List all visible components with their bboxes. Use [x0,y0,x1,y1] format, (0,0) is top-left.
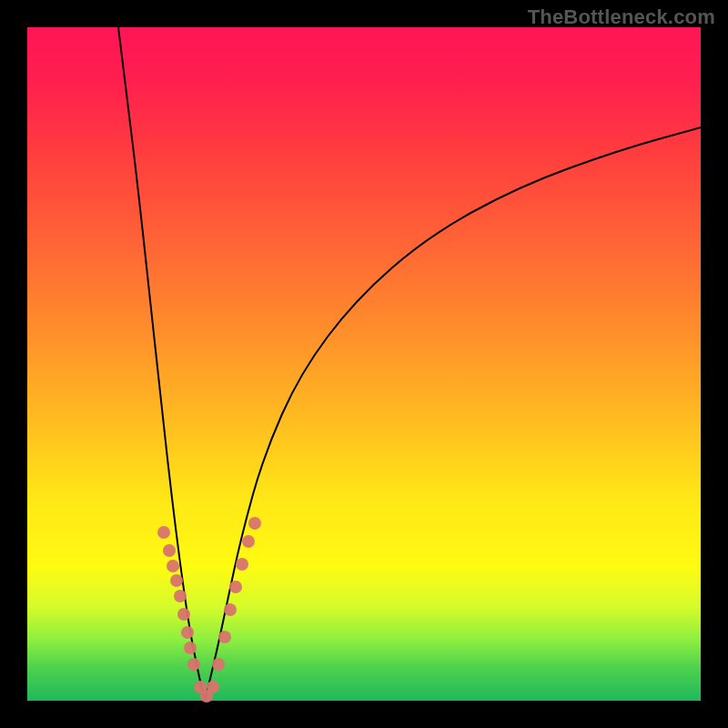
data-marker [177,608,190,621]
data-marker [181,626,194,639]
data-marker [157,526,170,539]
data-marker [248,517,261,530]
data-marker [174,590,187,602]
data-marker [187,658,200,671]
curve-left-branch [118,27,205,701]
data-marker [207,681,219,693]
data-marker [170,574,183,587]
chart-frame: TheBottleneck.com [0,0,728,728]
data-marker [242,535,255,548]
data-marker [236,558,248,571]
curves-svg [27,27,701,701]
data-marker [224,603,237,616]
data-marker [184,642,197,654]
data-marker [163,544,176,557]
curve-right-branch [205,127,701,701]
data-marker [229,581,242,593]
plot-area [27,27,701,701]
data-marker [167,560,179,572]
watermark-text: TheBottleneck.com [528,5,715,29]
data-marker [218,631,231,643]
marker-group [157,517,261,703]
data-marker [212,658,225,671]
